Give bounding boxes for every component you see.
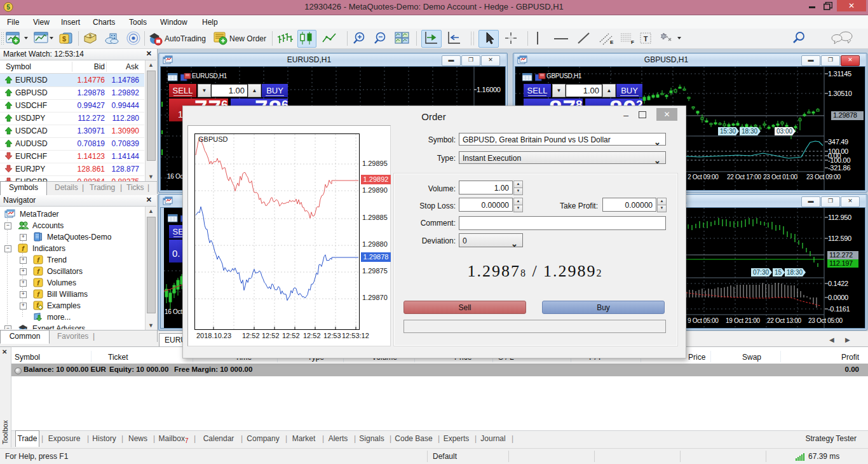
svg-text:F: F <box>631 39 634 45</box>
svg-text:$: $ <box>62 35 66 43</box>
svg-text:E: E <box>610 39 614 45</box>
svg-text:5: 5 <box>89 34 92 38</box>
svg-text:T: T <box>644 35 648 43</box>
